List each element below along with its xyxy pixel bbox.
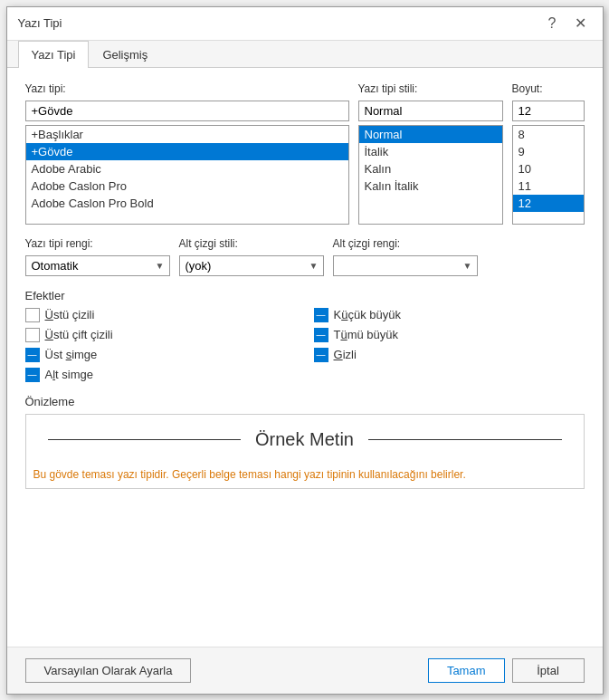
font-selection-row: Yazı tipi: +Başlıklar +Gövde Adobe Arabi… — [25, 82, 585, 225]
checkbox-gizli[interactable] — [314, 348, 328, 362]
props-row: Yazı tipi rengi: Otomatik ▼ Alt çizgi st… — [25, 237, 585, 276]
checkbox-ustu-cizili[interactable] — [25, 308, 40, 322]
list-item[interactable]: 9 — [513, 143, 584, 160]
effect-label: Üstü çizili — [45, 308, 95, 321]
tab-gelismis[interactable]: Gelişmiş — [89, 41, 161, 68]
font-color-label: Yazı tipi rengi: — [25, 237, 170, 250]
cancel-button[interactable]: İptal — [512, 658, 585, 683]
font-name-input[interactable] — [25, 101, 349, 121]
preview-note: Bu gövde teması yazı tipidir. Geçerli be… — [26, 465, 584, 488]
effect-ust-simge[interactable]: Üst simge — [25, 348, 296, 362]
dialog-footer: Varsayılan Olarak Ayarla Tamam İptal — [7, 647, 603, 694]
preview-label: Önizleme — [25, 395, 585, 408]
effect-ustu-cizili[interactable]: Üstü çizili — [25, 308, 296, 322]
effects-grid: Üstü çizili Üstü çift çizili Üst simge A… — [25, 308, 585, 382]
title-bar-right: ? ✕ — [543, 14, 592, 33]
effect-label: Alt simge — [45, 368, 93, 381]
font-style-label: Yazı tipi stili: — [358, 82, 503, 95]
underline-color-label: Alt çizgi rengi: — [333, 237, 478, 250]
effect-label: Tümü büyük — [334, 328, 399, 341]
tab-yazi-tipi[interactable]: Yazı Tipi — [18, 41, 90, 68]
effect-label: Üst simge — [45, 348, 98, 361]
checkbox-ustu-cift-cizili[interactable] — [25, 328, 40, 342]
font-style-list[interactable]: Normal İtalik Kalın Kalın İtalik — [358, 125, 503, 225]
preview-section-wrapper: Önizleme Örnek Metin Bu gövde teması yaz… — [25, 395, 585, 489]
list-item[interactable]: 12 — [513, 195, 584, 212]
font-color-select[interactable]: Otomatik — [25, 255, 170, 276]
list-item[interactable]: Adobe Caslon Pro — [26, 177, 348, 195]
close-button[interactable]: ✕ — [569, 14, 592, 33]
font-name-list[interactable]: +Başlıklar +Gövde Adobe Arabic Adobe Cas… — [25, 125, 349, 225]
underline-style-label: Alt çizgi stili: — [179, 237, 324, 250]
ok-button[interactable]: Tamam — [428, 658, 505, 683]
preview-box-container: Örnek Metin Bu gövde teması yazı tipidir… — [25, 414, 585, 489]
list-item[interactable]: 8 — [513, 126, 584, 143]
effects-section: Efektler Üstü çizili Üstü çift çizili Üs… — [25, 289, 585, 382]
default-button[interactable]: Varsayılan Olarak Ayarla — [25, 658, 192, 683]
font-size-list[interactable]: 8 9 10 11 12 — [512, 125, 585, 225]
font-size-input[interactable] — [512, 101, 585, 121]
list-item[interactable]: +Gövde — [26, 143, 348, 160]
list-item[interactable]: Adobe Arabic — [26, 160, 348, 177]
effects-col-right: Küçük büyük Tümü büyük Gizli — [314, 308, 585, 382]
title-bar: Yazı Tipi ? ✕ — [7, 7, 603, 41]
font-color-col: Yazı tipi rengi: Otomatik ▼ — [25, 237, 170, 276]
dialog-content: Yazı tipi: +Başlıklar +Gövde Adobe Arabi… — [7, 68, 603, 647]
font-name-col: Yazı tipi: +Başlıklar +Gövde Adobe Arabi… — [25, 82, 349, 225]
effect-alt-simge[interactable]: Alt simge — [25, 368, 296, 382]
font-dialog: Yazı Tipi ? ✕ Yazı Tipi Gelişmiş Yazı ti… — [6, 6, 604, 695]
effect-label: Küçük büyük — [334, 308, 401, 321]
font-size-col: Boyut: 8 9 10 11 12 — [512, 82, 585, 225]
list-item[interactable]: 10 — [513, 160, 584, 177]
effect-tumu-buyuk[interactable]: Tümü büyük — [314, 328, 585, 342]
effects-col-left: Üstü çizili Üstü çift çizili Üst simge A… — [25, 308, 296, 382]
preview-sample-text: Örnek Metin — [241, 429, 368, 450]
list-item[interactable]: Normal — [359, 126, 502, 143]
preview-box: Örnek Metin — [26, 415, 584, 465]
list-item[interactable]: Kalın — [359, 160, 502, 177]
preview-text-wrapper: Örnek Metin — [48, 429, 562, 450]
underline-color-select-wrapper: ▼ — [333, 255, 478, 276]
preview-line-left — [48, 439, 242, 440]
checkbox-tumu-buyuk[interactable] — [314, 328, 328, 342]
underline-style-select[interactable]: (yok) — [179, 255, 324, 276]
tab-bar: Yazı Tipi Gelişmiş — [7, 41, 603, 68]
checkbox-alt-simge[interactable] — [25, 368, 40, 382]
checkbox-kucuk-buyuk[interactable] — [314, 308, 328, 322]
font-color-select-wrapper: Otomatik ▼ — [25, 255, 170, 276]
preview-line-right — [368, 439, 562, 440]
underline-style-col: Alt çizgi stili: (yok) ▼ — [179, 237, 324, 276]
effect-kucuk-buyuk[interactable]: Küçük büyük — [314, 308, 585, 322]
footer-left: Varsayılan Olarak Ayarla — [25, 658, 192, 683]
effect-label: Üstü çift çizili — [45, 328, 113, 341]
font-style-input[interactable] — [358, 101, 503, 121]
title-bar-left: Yazı Tipi — [18, 16, 62, 30]
list-item[interactable]: 11 — [513, 177, 584, 195]
font-style-col: Yazı tipi stili: Normal İtalik Kalın Kal… — [358, 82, 503, 225]
underline-style-select-wrapper: (yok) ▼ — [179, 255, 324, 276]
list-item[interactable]: İtalik — [359, 143, 502, 160]
list-item[interactable]: +Başlıklar — [26, 126, 348, 143]
effects-label: Efektler — [25, 289, 585, 302]
list-item[interactable]: Adobe Caslon Pro Bold — [26, 195, 348, 212]
effect-ustu-cift-cizili[interactable]: Üstü çift çizili — [25, 328, 296, 342]
font-size-label: Boyut: — [512, 82, 585, 95]
footer-right: Tamam İptal — [428, 658, 585, 683]
effect-label: Gizli — [334, 348, 357, 361]
help-button[interactable]: ? — [543, 14, 562, 33]
font-name-label: Yazı tipi: — [25, 82, 349, 95]
checkbox-ust-simge[interactable] — [25, 348, 40, 362]
underline-color-col: Alt çizgi rengi: ▼ — [333, 237, 478, 276]
dialog-title: Yazı Tipi — [18, 16, 62, 30]
effect-gizli[interactable]: Gizli — [314, 348, 585, 362]
list-item[interactable]: Kalın İtalik — [359, 177, 502, 195]
underline-color-select[interactable] — [333, 255, 478, 276]
